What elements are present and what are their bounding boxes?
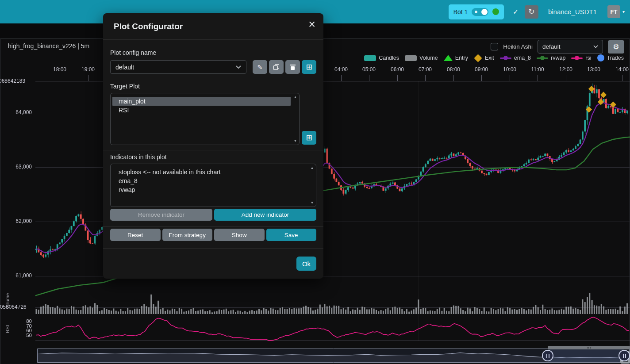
x-axis-label: 08:00 — [447, 66, 460, 73]
chevron-down-icon — [593, 45, 598, 48]
reset-button[interactable]: Reset — [110, 229, 161, 241]
x-axis-label: 11:00 — [531, 66, 544, 73]
legend-label: rsi — [585, 55, 591, 61]
plus-square-icon: ⊞ — [306, 62, 312, 72]
indicator-option[interactable]: rvwap — [112, 185, 307, 194]
legend-item-Trades[interactable]: Trades — [597, 54, 624, 61]
target-plot-scrollbar[interactable]: ▲ ▼ — [292, 94, 298, 144]
y-axis-label: 63,000 — [0, 164, 32, 170]
refresh-button[interactable]: ↻ — [525, 5, 538, 19]
chevron-down-icon — [236, 65, 241, 69]
legend-label: Exit — [485, 55, 494, 61]
rsi-axis-label: 50 — [0, 333, 32, 338]
navbar-right-group: Bot 1 ✓ ↻ binance_USDT1 FT ▾ — [449, 4, 630, 19]
remove-indicator-button[interactable]: Remove indicator — [110, 209, 212, 221]
plot-config-name-select[interactable]: default — [110, 60, 246, 74]
legend-item-rvwap[interactable]: rvwap — [537, 55, 565, 61]
rename-config-button[interactable]: ✎ — [253, 60, 267, 74]
y-axis-label: 62,000 — [0, 218, 32, 224]
target-plot-option[interactable]: RSI — [112, 106, 291, 115]
x-axis-label: 13:00 — [587, 66, 600, 73]
trades-swatch-icon — [597, 54, 604, 61]
plus-square-icon: ⊞ — [306, 133, 312, 142]
x-axis-label: 09:00 — [475, 66, 488, 73]
y-axis-top-label: 068642183 — [0, 78, 25, 84]
legend-label: ema_8 — [514, 55, 531, 61]
x-axis-label: 07:00 — [419, 66, 432, 73]
refresh-icon: ↻ — [528, 7, 534, 16]
scroll-up-icon[interactable]: ▲ — [311, 166, 314, 170]
legend-label: Entry — [455, 55, 468, 61]
save-button[interactable]: Save — [266, 229, 317, 241]
heikin-ashi-label: Heikin Ashi — [503, 43, 533, 50]
from-strategy-button[interactable]: From strategy — [162, 229, 213, 241]
datazoom-selected-window[interactable] — [548, 349, 624, 363]
user-avatar[interactable]: FT — [607, 5, 620, 18]
legend-label: rvwap — [551, 55, 565, 61]
plot-config-select[interactable]: default — [538, 40, 603, 54]
chart-controls: Heikin Ashi default ⚙ — [491, 40, 624, 54]
app-root: { "colors": { "navbar": "#1292ab", "acce… — [0, 0, 630, 364]
x-axis-label: 04:00 — [334, 66, 348, 73]
delete-config-button[interactable] — [285, 60, 300, 74]
add-new-indicator-button[interactable]: Add new indicator — [214, 209, 316, 221]
exit-swatch-icon — [474, 54, 482, 62]
pair-label: binance_USDT1 — [548, 8, 597, 15]
legend-item-rsi[interactable]: rsi — [571, 55, 591, 61]
scroll-down-icon[interactable]: ▼ — [311, 201, 314, 205]
legend-item-Candles[interactable]: Candles — [364, 55, 399, 61]
x-axis-label: 05:00 — [362, 66, 376, 73]
legend-item-Volume[interactable]: Volume — [405, 55, 438, 61]
bot-name-label: Bot 1 — [453, 8, 468, 15]
volume-pane-title: Volume — [5, 293, 10, 310]
indicator-option[interactable]: stoploss <-- not available in this chart — [112, 168, 307, 176]
y-axis-label: 61,000 — [0, 272, 32, 279]
bot-online-toggle[interactable] — [472, 8, 488, 16]
plot-settings-button[interactable]: ⚙ — [608, 40, 624, 54]
chart-title: high_frog_binance_v226 | 5m — [8, 42, 89, 50]
rsi-swatch-icon — [571, 57, 583, 59]
legend-label: Volume — [419, 55, 438, 61]
x-axis-label: 06:00 — [391, 66, 404, 73]
pencil-icon: ✎ — [257, 64, 263, 71]
rvwap-swatch-icon — [537, 57, 548, 59]
x-axis-label: 10:00 — [503, 66, 516, 73]
ok-button[interactable]: Ok — [296, 257, 316, 271]
heikin-ashi-checkbox[interactable] — [491, 43, 498, 50]
target-plot-option[interactable]: main_plot — [112, 97, 291, 106]
bot-status-dot — [492, 8, 499, 15]
candles-swatch-icon — [364, 55, 376, 61]
add-config-button[interactable]: ⊞ — [302, 60, 316, 74]
target-plot-listbox[interactable]: main_plotRSI ▲ ▼ — [110, 93, 300, 145]
indicators-listbox[interactable]: stoploss <-- not available in this chart… — [110, 164, 316, 207]
ema_8-swatch-icon — [500, 57, 511, 59]
modal-title: Plot Configurator — [114, 22, 183, 31]
indicators-scrollbar[interactable]: ▲ ▼ — [309, 165, 315, 206]
copy-icon — [273, 64, 279, 70]
add-target-plot-button[interactable]: ⊞ — [302, 131, 316, 145]
legend-label: Trades — [607, 55, 624, 61]
legend-item-Exit[interactable]: Exit — [474, 55, 494, 61]
user-menu-caret-icon[interactable]: ▾ — [622, 9, 625, 14]
indicator-option[interactable]: ema_8 — [112, 176, 307, 185]
legend-label: Candles — [379, 55, 399, 61]
datazoom-left-handle[interactable] — [542, 350, 553, 361]
datazoom-right-handle[interactable] — [618, 350, 630, 361]
y-axis-label: 64,000 — [0, 109, 32, 115]
datazoom-drag-bar[interactable] — [548, 346, 630, 349]
close-icon[interactable]: × — [308, 19, 315, 31]
indicators-label: Indicators in this plot — [110, 153, 167, 161]
scroll-down-icon[interactable]: ▼ — [294, 139, 297, 143]
legend-item-Entry[interactable]: Entry — [444, 55, 468, 61]
legend: CandlesVolumeEntryExitema_8rvwaprsiTrade… — [364, 54, 624, 61]
plot-configurator-modal: Plot Configurator × Plot config name def… — [103, 13, 323, 279]
x-axis-label: 18:00 — [53, 66, 66, 73]
scroll-up-icon[interactable]: ▲ — [294, 95, 297, 99]
legend-item-ema_8[interactable]: ema_8 — [500, 55, 531, 61]
bot-selector-pill[interactable]: Bot 1 — [449, 4, 504, 19]
volume-axis-label: 3056064726 — [0, 304, 27, 310]
duplicate-config-button[interactable] — [269, 60, 284, 74]
volume-swatch-icon — [405, 55, 417, 61]
show-button[interactable]: Show — [214, 229, 265, 241]
x-axis-label: 14:00 — [615, 66, 629, 73]
